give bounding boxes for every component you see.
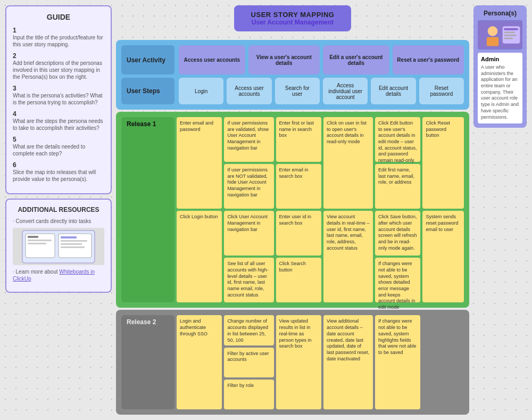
title-wrapper: USER STORY MAPPING User Account Manageme… (116, 5, 469, 36)
r2-c2-s1: Change number of accounts displayed in l… (224, 315, 273, 345)
release1-col2: If user permissions are validated, show … (224, 117, 273, 302)
release2-col1: Login and authenticate through SSO (177, 315, 222, 409)
svg-rect-17 (504, 38, 513, 39)
release2-col4: View additional account details – date a… (323, 315, 373, 409)
r1-c4-s2: View account details in real-time – user… (323, 211, 373, 302)
resource-item-2[interactable]: · Learn more about Whiteboards in ClickU… (13, 268, 104, 282)
r1-c5-s1: Click Edit button to see user's account … (375, 117, 420, 162)
svg-rect-4 (28, 243, 46, 244)
r2-c5-s1: If changes were not able to be saved, sy… (375, 315, 420, 409)
persona-box: Persona(s) Admin A user who administers … (473, 5, 527, 128)
user-steps-label: User Steps (121, 78, 174, 104)
r1-c3-s1: Enter first or last name in search box (276, 117, 321, 162)
svg-rect-2 (28, 236, 38, 238)
release1-col6: Click Reset password button System sends… (422, 117, 464, 302)
step-5: Edit account details (371, 78, 415, 104)
main-area: USER STORY MAPPING User Account Manageme… (116, 5, 469, 415)
step-4: Access individual user account (323, 78, 368, 104)
release2-col6 (422, 315, 464, 409)
resources-box: ADDITIONAL RESOURCES · Convert cards dir… (5, 199, 112, 293)
svg-rect-3 (28, 240, 52, 241)
activity-4: Reset a user's password (393, 45, 464, 75)
blue-section: User Activity Access user accounts View … (116, 40, 469, 110)
guide-step: 1Input the title of the product/feature … (13, 27, 104, 48)
r1-c2-s1: If user permissions are validated, show … (224, 117, 273, 162)
r1-c2-s2: If user permissions are NOT validated, h… (224, 164, 273, 209)
release1-section: Release 1 Enter email and password Click… (116, 112, 469, 308)
activity-1: Access user accounts (179, 45, 245, 75)
r1-c3-s4: Click Search button (276, 258, 321, 302)
release2-col3: View updated results in list in real-tim… (276, 315, 321, 409)
resources-title: ADDITIONAL RESOURCES (13, 206, 104, 213)
release2-label: Release 2 (121, 315, 174, 409)
release1-col5: Click Edit button to see user's account … (375, 117, 420, 302)
r1-c5-s2: Edit first name, last name, email, role,… (375, 164, 420, 209)
resource-image (13, 228, 104, 265)
svg-rect-14 (504, 28, 518, 30)
r1-c4-s1: Click on user in list to open user's acc… (323, 117, 373, 209)
r2-c2-s2: Filter by active user accounts (224, 348, 273, 377)
svg-rect-16 (504, 35, 516, 36)
step-3: Search for user (275, 78, 320, 104)
release2-col5: If changes were not able to be saved, sy… (375, 315, 420, 409)
persona-desc: A user who administers the application f… (481, 64, 519, 120)
release2-col2: Change number of accounts displayed in l… (224, 315, 273, 409)
left-panel: GUIDE 1Input the title of the product/fe… (5, 5, 112, 415)
release1-col3: Enter first or last name in search box E… (276, 117, 321, 302)
release1-row: Release 1 Enter email and password Click… (121, 117, 464, 302)
guide-step: 3What is the persona's activities? What … (13, 85, 104, 106)
r1-c1-s1: Enter email and password (177, 117, 222, 209)
release1-col4: Click on user in list to open user's acc… (323, 117, 373, 302)
r1-c3-s2: Enter email in search box (276, 164, 321, 209)
title-card: USER STORY MAPPING User Account Manageme… (234, 5, 351, 31)
activity-3: Edit a user's account details (323, 45, 389, 75)
r1-c6-s1: Click Reset password button (422, 117, 464, 209)
persona-image (478, 20, 522, 50)
release2-section: Release 2 Login and authenticate through… (116, 310, 469, 415)
r1-c2-s4: See list of all user accounts with high-… (224, 258, 273, 302)
guide-step: 5What are the details needed to complete… (13, 136, 104, 157)
svg-rect-7 (61, 240, 87, 242)
activity-2: View a user's account details (248, 45, 320, 75)
release1-label: Release 1 (121, 117, 174, 302)
guide-title: GUIDE (13, 13, 104, 21)
svg-rect-9 (61, 246, 85, 248)
r2-c4-s1: View additional account details – date a… (323, 315, 373, 409)
guide-step: 2Add brief descriptions of the personas … (13, 52, 104, 80)
step-1: Login (179, 78, 223, 104)
user-activity-label: User Activity (121, 45, 174, 75)
guide-step: 4What are the steps the persona needs to… (13, 110, 104, 131)
user-activity-row: User Activity Access user accounts View … (121, 45, 464, 75)
right-panel: Persona(s) Admin A user who administers … (473, 5, 527, 415)
r1-c1-s2: Click Login button (177, 211, 222, 302)
release2-row: Release 2 Login and authenticate through… (121, 315, 464, 409)
r1-c2-s3: Click User Account Management in navigat… (224, 211, 273, 256)
svg-point-11 (488, 26, 498, 36)
step-6: Reset password (419, 78, 464, 104)
guide-box: GUIDE 1Input the title of the product/fe… (5, 5, 112, 194)
svg-rect-12 (487, 37, 498, 46)
svg-rect-6 (61, 236, 77, 238)
release1-col1: Enter email and password Click Login but… (177, 117, 222, 302)
svg-rect-15 (504, 31, 515, 33)
r2-c1-s1: Login and authenticate through SSO (177, 315, 222, 409)
step-2: Access user accounts (227, 78, 271, 104)
main-title: USER STORY MAPPING (245, 11, 340, 19)
r2-c2-s3: Filter by role (224, 380, 273, 409)
persona-title: Persona(s) (478, 10, 522, 17)
guide-steps: 1Input the title of the product/feature … (13, 27, 104, 183)
resource-item-1: · Convert cards directly into tasks (13, 218, 104, 225)
persona-card: Admin A user who administers the applica… (478, 53, 522, 123)
user-steps-row: User Steps Login Access user accounts Se… (121, 78, 464, 104)
sub-title: User Account Management (245, 19, 340, 26)
svg-rect-8 (61, 243, 82, 245)
r1-c3-s3: Enter user id in search box (276, 211, 321, 256)
persona-name: Admin (481, 56, 519, 62)
r1-c6-s2: System sends reset password email to use… (422, 211, 464, 302)
guide-step: 6Slice the map into releases that will p… (13, 161, 104, 183)
r1-c5-s4: If changes were not able to be saved, sy… (375, 258, 420, 302)
r1-c5-s3: Click Save button, after which user acco… (375, 211, 420, 256)
r2-c3-s1: View updated results in list in real-tim… (276, 315, 321, 409)
